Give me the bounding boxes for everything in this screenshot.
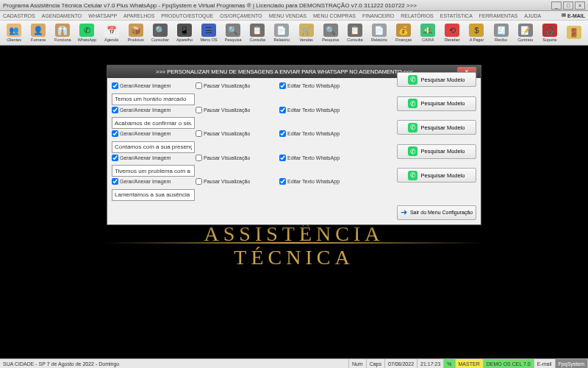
- chk-editar-2[interactable]: [279, 130, 286, 137]
- pesquisar-label: Pesquisar Modelo: [420, 148, 465, 155]
- toolbar-btn-relatório[interactable]: 📄Relatório: [368, 21, 391, 44]
- minimize-button[interactable]: _: [551, 1, 562, 10]
- toolbar-icon: 📄: [372, 24, 387, 37]
- toolbar-label: Pesquisa: [322, 38, 339, 42]
- pesquisar-button-0[interactable]: ✆Pesquisar Modelo: [397, 72, 476, 87]
- chk-pausar-4[interactable]: [196, 178, 202, 185]
- toolbar-icon: 🛒: [299, 24, 314, 37]
- menu-item-10[interactable]: ESTATÍSTICA: [440, 13, 473, 18]
- chk-pausar-1[interactable]: [196, 107, 202, 113]
- menu-item-7[interactable]: MENU COMPRAS: [313, 13, 356, 18]
- menu-item-5[interactable]: OS/ORÇAMENTO: [220, 13, 262, 18]
- toolbar-btn-caixa[interactable]: 💵CAIXA: [416, 21, 440, 44]
- pesquisar-button-1[interactable]: ✆Pesquisar Modelo: [397, 96, 476, 111]
- toolbar-btn-receber[interactable]: ⟲Receber: [440, 21, 464, 44]
- chk-pausar-2[interactable]: [196, 130, 202, 137]
- toolbar-label: Receber: [445, 38, 460, 42]
- toolbar-btn-exit[interactable]: 🚪: [562, 21, 586, 44]
- toolbar-btn-clientes[interactable]: 👥Clientes: [2, 21, 26, 44]
- message-input-2[interactable]: [112, 141, 195, 153]
- toolbar-btn-produtos[interactable]: 📦Produtos: [124, 21, 148, 44]
- toolbar-label: A Pagar: [470, 38, 484, 42]
- chk-gerar-1[interactable]: [112, 107, 118, 113]
- menu-item-0[interactable]: CADASTROS: [3, 13, 35, 18]
- toolbar-btn-fornece[interactable]: 👤Fornece: [26, 21, 50, 44]
- chk-gerar-label: Gerar/Anexar Imagem: [120, 107, 171, 113]
- toolbar-btn-funciona[interactable]: 👔Funciona: [51, 21, 74, 44]
- chk-gerar-4[interactable]: [112, 178, 118, 185]
- toolbar-btn-a pagar[interactable]: $A Pagar: [465, 21, 488, 44]
- menu-item-11[interactable]: FERRAMENTAS: [479, 13, 517, 18]
- status-pct: %: [444, 359, 455, 368]
- toolbar-label: Relatório: [371, 38, 387, 42]
- status-email[interactable]: E-mail: [534, 359, 556, 368]
- menu-item-6[interactable]: MENU VENDAS: [269, 13, 306, 18]
- toolbar-btn-relatório[interactable]: 📄Relatório: [270, 21, 293, 44]
- message-input-0[interactable]: [112, 93, 195, 105]
- status-brand: FpqSystem: [556, 359, 588, 368]
- menu-email[interactable]: ✉ E-MAIL: [562, 13, 585, 18]
- divider-line: [103, 242, 485, 244]
- whatsapp-icon: ✆: [408, 171, 417, 180]
- maximize-button[interactable]: □: [563, 1, 573, 10]
- chk-pausar-0[interactable]: [196, 82, 202, 89]
- menu-bar: CADASTROSAGENDAMENTOWHATSAPPAPARELHOSPRO…: [0, 11, 588, 21]
- menu-item-4[interactable]: PRODUTO/ESTOQUE: [161, 13, 213, 18]
- toolbar-icon: 🎧: [542, 24, 557, 37]
- chk-gerar-2[interactable]: [112, 130, 118, 137]
- toolbar-icon: 📝: [518, 24, 533, 37]
- message-input-4[interactable]: [112, 189, 195, 201]
- close-button[interactable]: ×: [575, 1, 585, 10]
- pesquisar-button-3[interactable]: ✆Pesquisar Modelo: [397, 144, 476, 159]
- menu-item-1[interactable]: AGENDAMENTO: [42, 13, 82, 18]
- exit-label: Sair do Menu Configuração: [410, 210, 473, 215]
- toolbar-btn-suporte[interactable]: 🎧Suporte: [538, 21, 562, 44]
- toolbar-btn-whatsapp[interactable]: ✆WhatsApp: [75, 21, 98, 44]
- pesquisar-label: Pesquisar Modelo: [420, 124, 465, 131]
- main-toolbar: 👥Clientes👤Fornece👔Funciona✆WhatsApp📅Agen…: [0, 21, 588, 46]
- toolbar-btn-pesquisa[interactable]: 🔍Pesquisa: [319, 21, 343, 44]
- toolbar-btn-consulta[interactable]: 📋Consulta: [245, 21, 269, 44]
- toolbar-icon: 💰: [396, 24, 411, 37]
- toolbar-btn-consulta[interactable]: 📋Consulta: [343, 21, 367, 44]
- menu-item-3[interactable]: APARELHOS: [123, 13, 154, 18]
- toolbar-label: Suporte: [542, 38, 556, 42]
- chk-editar-label: Editar Texto WhatsApp: [287, 155, 340, 160]
- status-db: DEMO OS CEL 7.0: [484, 359, 534, 368]
- menu-item-2[interactable]: WHATSAPP: [88, 13, 117, 18]
- status-bar: SUA CIDADE - SP 7 de Agosto de 2022 - Do…: [0, 358, 588, 368]
- pesquisar-button-2[interactable]: ✆Pesquisar Modelo: [397, 120, 476, 135]
- chk-editar-4[interactable]: [279, 178, 286, 185]
- chk-editar-0[interactable]: [279, 82, 286, 89]
- pesquisar-button-4[interactable]: ✆Pesquisar Modelo: [397, 168, 476, 183]
- toolbar-btn-finanças[interactable]: 💰Finanças: [392, 21, 415, 44]
- chk-editar-3[interactable]: [279, 155, 286, 161]
- toolbar-label: CAIXA: [422, 38, 434, 42]
- status-date: 07/08/2022: [385, 359, 417, 368]
- toolbar-btn-contrato[interactable]: 📝Contrato: [514, 21, 537, 44]
- menu-item-9[interactable]: RELATÓRIOS: [401, 13, 434, 18]
- toolbar-btn-agenda[interactable]: 📅Agenda: [100, 21, 123, 44]
- chk-pausar-3[interactable]: [196, 155, 202, 161]
- chk-gerar-0[interactable]: [112, 82, 118, 89]
- chk-editar-1[interactable]: [279, 107, 286, 113]
- message-input-3[interactable]: [112, 165, 195, 177]
- toolbar-btn-consultar[interactable]: 🔍Consultar: [148, 21, 172, 44]
- toolbar-label: WhatsApp: [78, 38, 96, 42]
- toolbar-icon: 👤: [31, 24, 46, 37]
- whatsapp-icon: ✆: [408, 75, 417, 85]
- exit-config-button[interactable]: ➜Sair do Menu Configuração: [397, 205, 476, 220]
- message-input-1[interactable]: [112, 117, 195, 129]
- toolbar-btn-recibo[interactable]: 🧾Recibo: [490, 21, 513, 44]
- status-master: MASTER: [456, 359, 484, 368]
- toolbar-icon: 🚪: [567, 26, 581, 39]
- chk-gerar-3[interactable]: [112, 155, 118, 161]
- menu-item-8[interactable]: FINANCEIRO: [362, 13, 394, 18]
- toolbar-icon: 👔: [55, 24, 70, 37]
- toolbar-btn-pesquisa[interactable]: 🔍Pesquisa: [221, 21, 245, 44]
- toolbar-btn-aparelho[interactable]: 📱Aparelho: [173, 21, 196, 44]
- menu-item-12[interactable]: AJUDA: [524, 13, 541, 18]
- toolbar-btn-menu os[interactable]: ☰Menu OS: [197, 21, 220, 44]
- toolbar-btn-vendas[interactable]: 🛒Vendas: [295, 21, 318, 44]
- pesquisar-label: Pesquisar Modelo: [420, 77, 465, 83]
